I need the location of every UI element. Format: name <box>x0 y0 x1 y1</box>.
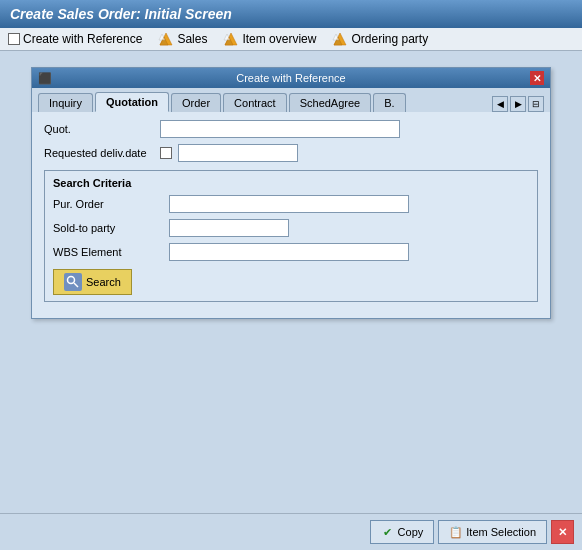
deliv-date-label: Requested deliv.date <box>44 147 154 159</box>
svg-line-10 <box>74 283 78 287</box>
copy-label: Copy <box>398 526 424 538</box>
tab-nav-menu[interactable]: ⊟ <box>528 96 544 112</box>
toolbar-create-label: Create with Reference <box>23 32 142 46</box>
sold-to-input[interactable] <box>169 219 289 237</box>
mountain-icon-item-overview <box>223 32 239 46</box>
window-title: Create Sales Order: Initial Screen <box>10 6 232 22</box>
toolbar-sales[interactable]: Sales <box>158 32 207 46</box>
toolbar-sales-label: Sales <box>177 32 207 46</box>
window-title-bar: Create Sales Order: Initial Screen <box>0 0 582 28</box>
wbs-input[interactable] <box>169 243 409 261</box>
footer: ✔ Copy 📋 Item Selection ✕ <box>0 513 582 550</box>
tab-schedagree[interactable]: SchedAgree <box>289 93 372 112</box>
main-area: ⬛ Create with Reference ✕ Inquiry Quotat… <box>0 51 582 335</box>
tab-b[interactable]: B. <box>373 93 405 112</box>
dialog-title-bar: ⬛ Create with Reference ✕ <box>32 68 550 88</box>
tab-nav-left[interactable]: ◀ <box>492 96 508 112</box>
pur-order-input[interactable] <box>169 195 409 213</box>
mountain-icon-ordering-party <box>332 32 348 46</box>
dialog-close-button[interactable]: ✕ <box>530 71 544 85</box>
tabs-container: Inquiry Quotation Order Contract SchedAg… <box>32 88 550 112</box>
item-selection-button[interactable]: 📋 Item Selection <box>438 520 547 544</box>
tab-quotation[interactable]: Quotation <box>95 92 169 112</box>
toolbar-item-overview[interactable]: Item overview <box>223 32 316 46</box>
search-button[interactable]: Search <box>53 269 132 295</box>
quot-row: Quot. <box>44 120 538 138</box>
toolbar-ordering-party-label: Ordering party <box>351 32 428 46</box>
search-button-label: Search <box>86 276 121 288</box>
item-selection-icon: 📋 <box>449 525 463 539</box>
sold-to-row: Sold-to party <box>53 219 529 237</box>
tab-inquiry[interactable]: Inquiry <box>38 93 93 112</box>
search-criteria-title: Search Criteria <box>53 177 529 189</box>
deliv-date-input[interactable] <box>178 144 298 162</box>
copy-button[interactable]: ✔ Copy <box>370 520 435 544</box>
tab-contract[interactable]: Contract <box>223 93 287 112</box>
pur-order-label: Pur. Order <box>53 198 163 210</box>
wbs-row: WBS Element <box>53 243 529 261</box>
deliv-date-checkbox[interactable] <box>160 147 172 159</box>
toolbar-item-overview-label: Item overview <box>242 32 316 46</box>
toolbar: Create with Reference Sales Item overvie… <box>0 28 582 51</box>
toolbar-create-with-reference[interactable]: Create with Reference <box>8 32 142 46</box>
close-button[interactable]: ✕ <box>551 520 574 544</box>
close-icon: ✕ <box>558 526 567 539</box>
tab-order[interactable]: Order <box>171 93 221 112</box>
quot-label: Quot. <box>44 123 154 135</box>
copy-check-icon: ✔ <box>381 525 395 539</box>
svg-point-9 <box>68 277 75 284</box>
toolbar-ordering-party[interactable]: Ordering party <box>332 32 428 46</box>
checkbox-icon <box>8 33 20 45</box>
wbs-label: WBS Element <box>53 246 163 258</box>
quot-input[interactable] <box>160 120 400 138</box>
mountain-icon-sales <box>158 32 174 46</box>
tab-nav-right[interactable]: ▶ <box>510 96 526 112</box>
dialog-body: Quot. Requested deliv.date Search Criter… <box>32 112 550 318</box>
search-icon <box>64 273 82 291</box>
sold-to-label: Sold-to party <box>53 222 163 234</box>
dialog-title-icon: ⬛ <box>38 72 52 85</box>
item-selection-label: Item Selection <box>466 526 536 538</box>
dialog-create-with-reference: ⬛ Create with Reference ✕ Inquiry Quotat… <box>31 67 551 319</box>
deliv-date-row: Requested deliv.date <box>44 144 538 162</box>
tab-nav: ◀ ▶ ⊟ <box>492 96 544 112</box>
pur-order-row: Pur. Order <box>53 195 529 213</box>
search-criteria-section: Search Criteria Pur. Order Sold-to party… <box>44 170 538 302</box>
dialog-title-text: Create with Reference <box>236 72 345 84</box>
